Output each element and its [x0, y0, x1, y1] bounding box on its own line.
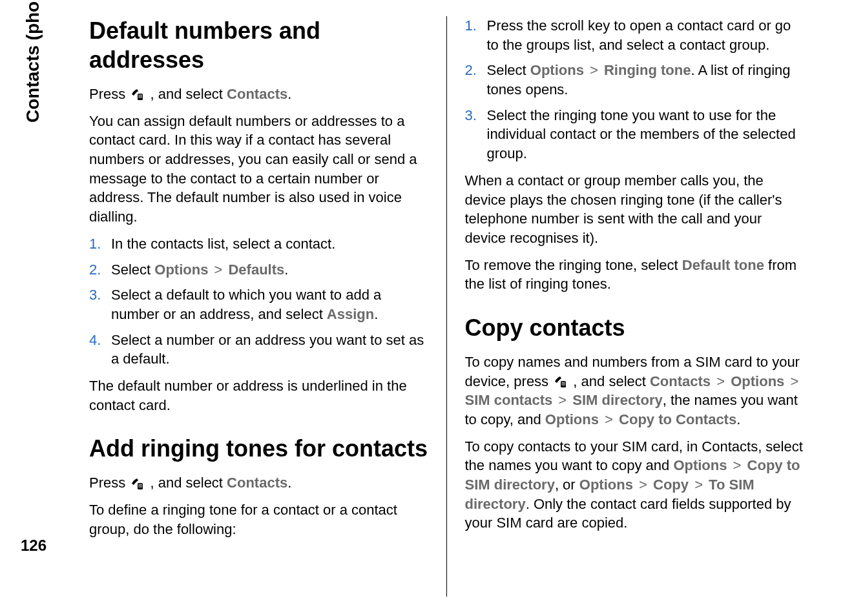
svg-rect-18	[140, 486, 141, 487]
paragraph: You can assign default numbers or addres…	[89, 112, 428, 227]
svg-rect-2	[140, 95, 141, 96]
list-item: 2. Select Options > Defaults.	[89, 260, 428, 280]
list-number: 1.	[89, 234, 111, 254]
heading-ringing-tones: Add ringing tones for contacts	[89, 434, 428, 463]
paragraph: To copy contacts to your SIM card, in Co…	[465, 437, 804, 533]
svg-rect-3	[141, 95, 142, 96]
svg-rect-9	[141, 98, 142, 98]
side-rail: Contacts (phonebook) 126	[0, 0, 61, 616]
svg-rect-5	[140, 96, 141, 97]
list-item: 2. Select Options > Ringing tone. A list…	[465, 61, 804, 99]
svg-rect-28	[563, 384, 564, 385]
paragraph: To remove the ringing tone, select Defau…	[465, 256, 804, 294]
list-item: 3. Select a default to which you want to…	[89, 285, 428, 323]
paragraph: Press , and select Contacts.	[89, 85, 428, 104]
ui-label-copy: Copy	[653, 477, 689, 493]
paragraph: When a contact or group member calls you…	[465, 171, 804, 248]
svg-rect-17	[139, 486, 140, 487]
ui-label-sim-directory: SIM directory	[572, 392, 662, 408]
ui-label-default-tone: Default tone	[682, 257, 764, 273]
svg-rect-1	[139, 95, 140, 96]
ui-label-defaults: Defaults	[228, 262, 284, 278]
ui-label-contacts: Contacts	[227, 86, 287, 102]
list-item: 1. In the contacts list, select a contac…	[89, 234, 428, 254]
list-number: 1.	[465, 16, 487, 36]
svg-rect-14	[139, 485, 140, 486]
ordered-list: 1. Press the scroll key to open a contac…	[465, 16, 804, 163]
svg-rect-26	[565, 383, 565, 384]
paragraph: Press , and select Contacts.	[89, 473, 428, 493]
svg-rect-15	[140, 485, 141, 486]
ui-label-contacts: Contacts	[227, 475, 287, 491]
svg-rect-23	[565, 382, 565, 382]
list-item: 4. Select a number or an address you wan…	[89, 331, 428, 369]
section-label: Contacts (phonebook)	[23, 0, 43, 123]
heading-default-numbers: Default numbers and addresses	[89, 16, 428, 74]
heading-copy-contacts: Copy contacts	[465, 313, 804, 342]
menu-key-icon	[131, 88, 144, 101]
list-number: 4.	[89, 331, 111, 350]
list-number: 2.	[89, 260, 111, 280]
column-left: Default numbers and addresses Press , an…	[71, 16, 447, 597]
paragraph: To copy names and numbers from a SIM car…	[465, 353, 804, 429]
svg-rect-19	[141, 486, 142, 487]
svg-rect-16	[141, 485, 142, 486]
menu-key-icon	[131, 478, 144, 491]
ui-label-copy-to-contacts: Copy to Contacts	[619, 411, 736, 427]
svg-rect-24	[562, 383, 563, 384]
svg-rect-25	[563, 383, 564, 384]
ui-label-options: Options	[530, 62, 584, 78]
paragraph: To define a ringing tone for a contact o…	[89, 500, 428, 539]
ui-label-options: Options	[579, 477, 633, 493]
page: Contacts (phonebook) 126 Default numbers…	[0, 0, 854, 616]
list-number: 3.	[89, 285, 111, 305]
content-area: Default numbers and addresses Press , an…	[61, 0, 854, 616]
list-number: 3.	[465, 106, 487, 125]
column-right: 1. Press the scroll key to open a contac…	[447, 16, 822, 597]
ui-label-sim-contacts: SIM contacts	[465, 392, 553, 408]
svg-rect-11	[139, 484, 140, 484]
list-item: 1. Press the scroll key to open a contac…	[465, 16, 804, 54]
ui-label-options: Options	[154, 262, 208, 278]
list-item: 3. Select the ringing tone you want to u…	[465, 106, 804, 163]
list-number: 2.	[465, 61, 487, 80]
page-number: 126	[21, 537, 47, 555]
svg-rect-7	[139, 98, 140, 98]
svg-rect-29	[565, 384, 565, 385]
paragraph: The default number or address is underli…	[89, 376, 428, 415]
ui-label-options: Options	[731, 373, 784, 389]
ordered-list: 1. In the contacts list, select a contac…	[89, 234, 428, 369]
svg-rect-12	[140, 484, 141, 484]
svg-rect-22	[563, 382, 564, 382]
svg-rect-8	[140, 98, 141, 98]
ui-label-contacts: Contacts	[650, 373, 711, 389]
svg-rect-27	[562, 384, 563, 385]
menu-key-icon	[554, 376, 567, 389]
ui-label-options: Options	[673, 457, 727, 473]
ui-label-assign: Assign	[327, 306, 374, 322]
svg-rect-21	[562, 382, 563, 382]
ui-label-ringing-tone: Ringing tone	[604, 62, 691, 78]
ui-label-options: Options	[545, 411, 599, 427]
svg-rect-6	[141, 96, 142, 97]
svg-rect-4	[139, 96, 140, 97]
svg-rect-13	[141, 484, 142, 484]
